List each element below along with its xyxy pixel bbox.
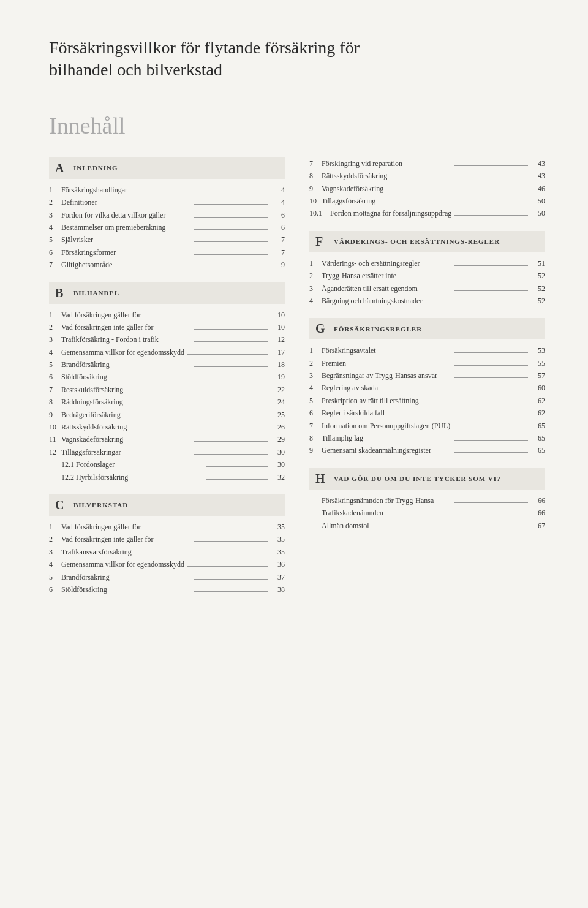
list-item: 5 Brandförsäkring 18 — [49, 358, 285, 371]
list-item: 5 Brandförsäkring 37 — [49, 571, 285, 583]
list-item: 12.1 Fordonslager 30 — [49, 458, 285, 471]
section-h-header: H VAD GÖR DU OM DU INTE TYCKER SOM VI? — [309, 468, 545, 490]
section-c-list: 1 Vad försäkringen gäller för 35 2 Vad f… — [49, 521, 285, 596]
contents-heading: Innehåll — [49, 112, 545, 139]
section-b-letter: B — [55, 286, 67, 300]
section-a-letter: A — [55, 161, 67, 175]
list-item: 7 Giltighetsområde 9 — [49, 259, 285, 271]
list-item: 11 Vagnskadeförsäkring 29 — [49, 433, 285, 445]
section-f-header: F VÄRDERINGS- OCH ERSÄTTNINGS-REGLER — [309, 231, 545, 252]
section-h-list: Försäkringsnämnden för Trygg-Hansa 66 Tr… — [309, 494, 545, 532]
list-item: 1 Värderings- och ersättningsregler 51 — [309, 257, 545, 270]
list-item: Trafikskadenämnden 66 — [309, 507, 545, 519]
list-item: 10 Rättsskyddsförsäkring 26 — [49, 421, 285, 433]
list-item: 6 Stöldförsäkring 38 — [49, 583, 285, 596]
list-item: 3 Fordon för vilka detta villkor gäller … — [49, 209, 285, 221]
section-g-header: G FÖRSÄKRINGSREGLER — [309, 318, 545, 339]
list-item: 9 Gemensamt skadeanmälningsregister 65 — [309, 444, 545, 456]
section-c-title: BILVERKSTAD — [74, 501, 128, 509]
section-g-list: 1 Försäkringsavtalet 53 2 Premien 55 3 B… — [309, 344, 545, 457]
contents-layout: A INLEDNING 1 Försäkringshandlingar 4 2 … — [49, 157, 545, 607]
list-item: 6 Regler i särskilda fall 62 — [309, 407, 545, 419]
list-item: 8 Räddningsförsäkring 24 — [49, 396, 285, 408]
section-a-title: INLEDNING — [74, 164, 118, 172]
list-item: 1 Vad försäkringen gäller för 35 — [49, 521, 285, 533]
section-f-list: 1 Värderings- och ersättningsregler 51 2… — [309, 257, 545, 308]
list-item: 10.1 Fordon mottagna för försäljningsupp… — [309, 207, 545, 219]
list-item: 3 Trafikansvarsförsäkring 35 — [49, 546, 285, 558]
list-item: 7 Förskingring vid reparation 43 — [309, 157, 545, 170]
left-column: A INLEDNING 1 Försäkringshandlingar 4 2 … — [49, 157, 285, 607]
list-item: 1 Försäkringsavtalet 53 — [309, 344, 545, 357]
list-item: 3 Begränsningar av Trygg-Hansas ansvar 5… — [309, 369, 545, 382]
section-b-list: 1 Vad försäkringen gäller för 10 2 Vad f… — [49, 309, 285, 483]
section-g-letter: G — [315, 322, 328, 336]
list-item: 4 Bestämmelser om premieberäkning 6 — [49, 221, 285, 233]
list-item: 5 Självrisker 7 — [49, 233, 285, 246]
section-g-title: FÖRSÄKRINGSREGLER — [334, 325, 422, 333]
list-item: 8 Rättsskyddsförsäkring 43 — [309, 170, 545, 182]
section-h-title: VAD GÖR DU OM DU INTE TYCKER SOM VI? — [334, 474, 501, 483]
right-top-list: 7 Förskingring vid reparation 43 8 Rätts… — [309, 157, 545, 220]
list-item: 4 Reglering av skada 60 — [309, 382, 545, 394]
list-item: 2 Vad försäkringen inte gäller för 35 — [49, 533, 285, 545]
section-f-letter: F — [315, 235, 328, 249]
list-item: 5 Preskription av rätt till ersättning 6… — [309, 395, 545, 407]
list-item: 6 Stöldförsäkring 19 — [49, 371, 285, 383]
list-item: Försäkringsnämnden för Trygg-Hansa 66 — [309, 494, 545, 507]
list-item: 1 Vad försäkringen gäller för 10 — [49, 309, 285, 321]
section-a-header: A INLEDNING — [49, 157, 285, 179]
list-item: Allmän domstol 67 — [309, 520, 545, 532]
list-item: 3 Äganderätten till ersatt egendom 52 — [309, 282, 545, 295]
list-item: 7 Information om Personuppgiftslagen (PU… — [309, 420, 545, 432]
list-item: 4 Bärgning och hämtningskostnader 52 — [309, 295, 545, 307]
list-item: 9 Vagnskadeförsäkring 46 — [309, 183, 545, 195]
section-b-header: B BILHANDEL — [49, 282, 285, 304]
section-a-list: 1 Försäkringshandlingar 4 2 Definitioner… — [49, 184, 285, 271]
list-item: 7 Restskuldsförsäkring 22 — [49, 384, 285, 396]
section-b-title: BILHANDEL — [74, 289, 119, 297]
list-item: 6 Försäkringsformer 7 — [49, 246, 285, 259]
list-item: 8 Tillämplig lag 65 — [309, 432, 545, 444]
list-item: 12.2 Hyrbilsförsäkring 32 — [49, 471, 285, 483]
list-item: 2 Vad försäkringen inte gäller för 10 — [49, 321, 285, 333]
list-item: 3 Trafikförsäkring - Fordon i trafik 12 — [49, 333, 285, 346]
list-item: 2 Premien 55 — [309, 357, 545, 369]
section-f-title: VÄRDERINGS- OCH ERSÄTTNINGS-REGLER — [334, 237, 500, 246]
list-item: 2 Definitioner 4 — [49, 196, 285, 208]
page-title: Försäkringsvillkor för flytande försäkri… — [49, 37, 404, 81]
section-h-letter: H — [315, 472, 328, 486]
right-column: 7 Förskingring vid reparation 43 8 Rätts… — [309, 157, 545, 607]
list-item: 4 Gemensamma villkor för egendomsskydd 1… — [49, 346, 285, 358]
section-c-header: C BILVERKSTAD — [49, 494, 285, 516]
list-item: 4 Gemensamma villkor för egendomsskydd 3… — [49, 558, 285, 570]
list-item: 12 Tilläggsförsäkringar 30 — [49, 446, 285, 458]
list-item: 10 Tilläggsförsäkring 50 — [309, 195, 545, 207]
section-c-letter: C — [55, 498, 67, 512]
list-item: 1 Försäkringshandlingar 4 — [49, 184, 285, 196]
list-item: 2 Trygg-Hansa ersätter inte 52 — [309, 270, 545, 282]
list-item: 9 Bedrägeriförsäkring 25 — [49, 409, 285, 421]
